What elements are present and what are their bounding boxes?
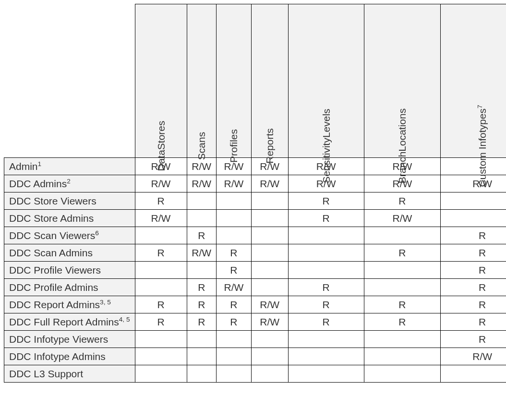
permission-cell	[251, 244, 288, 262]
permission-cell	[251, 210, 288, 227]
permission-cell	[364, 365, 440, 383]
role-name: DDC Store Admins	[9, 213, 94, 224]
table-row: DDC Full Report Admins4, 5RRRR/WRRR	[4, 313, 506, 331]
role-footnote: 2	[67, 178, 71, 185]
permission-cell	[216, 192, 251, 210]
permission-cell: R	[135, 313, 187, 331]
permission-cell: R	[288, 210, 364, 227]
permission-cell	[187, 331, 216, 348]
permission-cell: R	[364, 313, 440, 331]
column-header: Custom Infotypes7	[441, 4, 506, 158]
permission-cell	[216, 227, 251, 244]
permission-cell	[364, 348, 440, 365]
permission-cell	[216, 348, 251, 365]
permission-cell: R/W	[135, 210, 187, 227]
column-header-label: Custom Infotypes	[477, 108, 488, 187]
table-row: DDC Profile ViewersRR	[4, 262, 506, 279]
permission-cell: R	[216, 313, 251, 331]
table-row: DDC Store ViewersRRR	[4, 192, 506, 210]
role-footnote: 6	[95, 229, 99, 237]
role-label-cell: DDC Scan Admins	[4, 244, 135, 262]
permission-cell	[135, 365, 187, 383]
table-row: DDC Admins2R/WR/WR/WR/WR/WR/WR/WR/W	[4, 175, 506, 192]
permission-cell	[135, 348, 187, 365]
permission-cell	[187, 192, 216, 210]
permission-cell: R	[441, 227, 506, 244]
column-header-label: Profiles	[228, 129, 239, 163]
permission-cell: R/W	[216, 279, 251, 296]
permission-cell	[251, 262, 288, 279]
role-name: DDC Report Admins	[9, 299, 100, 310]
permission-cell: R	[441, 296, 506, 313]
permission-cell	[251, 279, 288, 296]
role-name: DDC Full Report Admins	[9, 316, 119, 327]
permission-cell	[441, 158, 506, 175]
role-name: DDC Infotype Admins	[9, 351, 106, 362]
permission-cell	[288, 244, 364, 262]
permission-cell	[251, 365, 288, 383]
permission-cell: R	[288, 192, 364, 210]
role-name: DDC Store Viewers	[9, 195, 96, 206]
role-footnote: 4, 5	[119, 316, 130, 323]
permission-cell	[364, 331, 440, 348]
table-row: DDC Infotype AdminsR/W	[4, 348, 506, 365]
permission-cell: R/W	[441, 348, 506, 365]
role-footnote: 3, 5	[100, 299, 111, 306]
permission-cell: R	[135, 296, 187, 313]
permission-cell	[251, 348, 288, 365]
permission-cell	[288, 365, 364, 383]
column-header: SensitivityLevels	[288, 4, 364, 158]
corner-blank	[4, 4, 135, 158]
role-label-cell: DDC Profile Viewers	[4, 262, 135, 279]
column-header: Profiles	[216, 4, 251, 158]
permission-cell: R	[135, 244, 187, 262]
permission-cell	[288, 348, 364, 365]
role-footnote: 1	[38, 160, 42, 168]
role-label-cell: DDC Store Viewers	[4, 192, 135, 210]
permission-cell: R/W	[251, 313, 288, 331]
role-label-cell: Admin1	[4, 158, 135, 175]
role-name: DDC Admins	[9, 178, 67, 189]
permission-cell	[187, 262, 216, 279]
permission-cell	[216, 365, 251, 383]
permission-cell: R	[187, 313, 216, 331]
permission-cell: R/W	[251, 296, 288, 313]
permission-cell	[251, 192, 288, 210]
permission-cell	[135, 262, 187, 279]
permission-cell	[288, 262, 364, 279]
permission-cell: R	[187, 227, 216, 244]
permission-cell	[216, 210, 251, 227]
permission-cell: R	[187, 279, 216, 296]
permission-cell: R/W	[216, 175, 251, 192]
permission-cell: R	[441, 331, 506, 348]
permission-cell	[364, 227, 440, 244]
table-row: DDC Report Admins3, 5RRRR/WRRR	[4, 296, 506, 313]
table-row: Admin1R/WR/WR/WR/WR/WR/WR/W	[4, 158, 506, 175]
permission-cell: R	[216, 262, 251, 279]
permission-cell: R	[364, 296, 440, 313]
permission-cell: R/W	[135, 175, 187, 192]
permission-cell: R	[441, 262, 506, 279]
permission-cell: R/W	[364, 210, 440, 227]
permission-cell	[187, 210, 216, 227]
table-row: DDC Profile AdminsRR/WRR	[4, 279, 506, 296]
role-label-cell: DDC Report Admins3, 5	[4, 296, 135, 313]
role-label-cell: DDC L3 Support	[4, 365, 135, 383]
permission-cell	[135, 279, 187, 296]
permission-cell: R	[364, 192, 440, 210]
permission-cell: R	[441, 244, 506, 262]
permission-cell: R	[216, 296, 251, 313]
permission-cell: R/W	[187, 175, 216, 192]
permission-cell	[441, 192, 506, 210]
permission-cell: R	[187, 296, 216, 313]
column-header: Scans	[187, 4, 216, 158]
permission-cell: R/W	[251, 175, 288, 192]
permission-cell	[288, 227, 364, 244]
permission-cell: R/W	[187, 158, 216, 175]
permission-cell	[135, 331, 187, 348]
permission-cell: R/W	[187, 244, 216, 262]
permission-cell: R	[135, 192, 187, 210]
permission-cell	[364, 262, 440, 279]
permission-cell: R	[441, 279, 506, 296]
permission-cell	[251, 331, 288, 348]
